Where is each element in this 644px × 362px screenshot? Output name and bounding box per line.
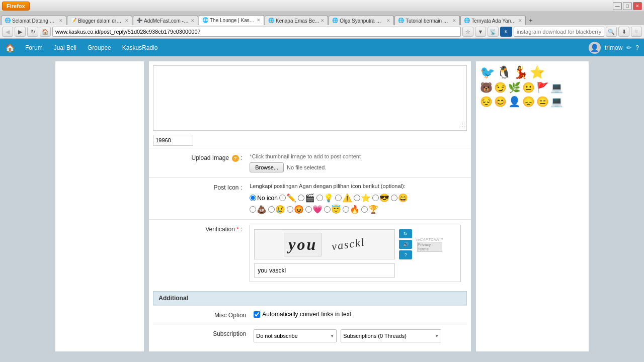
post-icon-section: Post Icon : Lengkapi postingan Agan deng…	[149, 177, 471, 219]
tab-close-8[interactable]: ✕	[518, 18, 522, 23]
tab-close-7[interactable]: ✕	[452, 18, 456, 23]
tab-7[interactable]: 🌐 Tutorial bermain M... ✕	[394, 16, 460, 25]
tab-4[interactable]: 🌐 The Lounge | Kasku... ✕	[199, 15, 264, 25]
emoji-expressionless[interactable]: 😑	[536, 96, 549, 108]
emoji-bear[interactable]: 🐻	[480, 81, 493, 94]
icon-option-star[interactable]: ⭐	[354, 193, 371, 203]
tab-favicon-3: ➕	[136, 18, 142, 24]
auto-convert-text: Automatically convert links in text	[262, 311, 351, 318]
emoji-dancer[interactable]: 💃	[513, 65, 528, 79]
subscription-select[interactable]: Do not subscribe Subscribe to this threa…	[254, 329, 337, 342]
tab-3[interactable]: ➕ AddMeFast.com - ... ✕	[133, 16, 198, 25]
refresh-button[interactable]: ↻	[27, 27, 38, 37]
tab-close-2[interactable]: ✕	[125, 18, 129, 23]
download-button[interactable]: ⬇	[618, 27, 629, 37]
minimize-button[interactable]: —	[613, 2, 622, 10]
icon-option-angry[interactable]: 😡	[287, 205, 304, 214]
emoji-blush[interactable]: 😊	[494, 96, 507, 108]
icon-option-heart[interactable]: 💗	[305, 205, 323, 214]
editor-area[interactable]: ::	[153, 65, 467, 131]
url-input[interactable]	[52, 27, 461, 37]
threads-select-wrapper: Subscriptions (0 Threads)	[341, 329, 441, 342]
home-nav-icon[interactable]: 🏠	[5, 43, 15, 53]
icon-option-halo[interactable]: 😇	[324, 205, 341, 214]
edit-icon[interactable]: ✏	[626, 44, 631, 51]
tab-8[interactable]: 🌐 Ternyata Ada Yang ... ✕	[460, 16, 526, 25]
captcha-audio-button[interactable]: 🔊	[399, 240, 412, 249]
captcha-input[interactable]	[254, 263, 395, 278]
icon-option-sunglasses[interactable]: 😎	[372, 193, 389, 203]
icon-option-pencil[interactable]: ✏️	[279, 193, 296, 203]
icon-option-warning[interactable]: ⚠️	[335, 193, 352, 203]
icon-option-fire[interactable]: 🔥	[343, 205, 360, 214]
forward-button[interactable]: ▶	[15, 27, 26, 37]
emoji-leaf[interactable]: 🌿	[508, 81, 521, 94]
tab-favicon-8: 🌐	[464, 18, 470, 24]
browse-button[interactable]: Browse...	[250, 162, 284, 172]
emoji-laptop[interactable]: 💻	[550, 96, 563, 108]
kaskusradio-nav-link[interactable]: KaskusRadio	[117, 42, 163, 53]
emoji-bird1[interactable]: 🐦	[480, 65, 495, 79]
home-button[interactable]: 🏠	[40, 27, 51, 37]
tab-close-4[interactable]: ✕	[257, 18, 261, 23]
tab-close-6[interactable]: ✕	[386, 18, 390, 23]
new-tab-button[interactable]: +	[526, 16, 535, 25]
emoji-neutral[interactable]: 😐	[522, 81, 535, 94]
icon-option-bulb[interactable]: 💡	[316, 193, 334, 203]
icon-option-trophy[interactable]: 🏆	[361, 205, 378, 214]
search-button[interactable]: 🔍	[606, 27, 617, 37]
threads-select[interactable]: Subscriptions (0 Threads)	[341, 329, 441, 342]
emoji-smirk[interactable]: 😏	[494, 81, 507, 94]
captcha-refresh-button[interactable]: ↻	[399, 229, 412, 238]
firefox-button[interactable]: Firefox	[2, 2, 30, 11]
help-icon[interactable]: ?	[635, 44, 639, 51]
bookmark-button[interactable]: ☆	[462, 27, 473, 37]
resize-handle: ::	[462, 122, 465, 129]
emoji-flag[interactable]: 🚩	[536, 81, 549, 94]
user-nav: 👤 trimow ✏ ?	[589, 42, 639, 54]
tab-1[interactable]: 🌐 Selamat Datang di ... ✕	[1, 16, 66, 25]
upload-help-icon[interactable]: ?	[232, 155, 239, 162]
auto-convert-label[interactable]: Automatically convert links in text	[254, 311, 457, 318]
tab-close-3[interactable]: ✕	[191, 18, 195, 23]
auto-convert-checkbox[interactable]	[254, 311, 260, 318]
emoji-disappointed[interactable]: 😞	[522, 96, 535, 108]
emoji-row-2: 🐻 😏 🌿 😐 🚩 💻	[480, 81, 585, 94]
tab-close-1[interactable]: ✕	[59, 18, 63, 23]
no-file-text: No file selected.	[287, 164, 326, 170]
tab-favicon-6: 🌐	[332, 18, 338, 24]
tab-favicon-7: 🌐	[398, 18, 404, 24]
close-button[interactable]: ✕	[633, 2, 642, 10]
rss-button[interactable]: 📡	[488, 27, 499, 37]
no-icon-radio[interactable]: No icon	[250, 195, 278, 202]
tab-6[interactable]: 🌐 Olga Syahputra mu... ✕	[329, 16, 394, 25]
menu-button[interactable]: ≡	[631, 27, 642, 37]
icon-row-2: 💩 😢 😡 💗 😇 🔥 🏆	[250, 205, 461, 214]
icon-option-poop[interactable]: 💩	[250, 205, 267, 214]
captcha-help-button[interactable]: ?	[399, 250, 412, 259]
jualbeli-nav-link[interactable]: Jual Beli	[49, 42, 82, 53]
emoji-star-yellow[interactable]: ⭐	[530, 65, 545, 79]
emoji-pc[interactable]: 💻	[550, 81, 563, 94]
tab-favicon-2: 📝	[70, 18, 76, 24]
captcha-display: you vasckl ↻ 🔊 ? reCAPTCHA™	[254, 229, 456, 259]
groupee-nav-link[interactable]: Groupee	[83, 42, 116, 53]
misc-option-label: Misc Option	[163, 311, 254, 319]
tab-bar: 🌐 Selamat Datang di ... ✕ 📝 Blogger dala…	[0, 12, 644, 25]
emoji-row-1: 🐦 🐧 💃 ⭐	[480, 65, 585, 79]
icon-option-smile[interactable]: 😄	[391, 193, 408, 203]
emoji-bird2[interactable]: 🐧	[497, 65, 512, 79]
icon-option-camera[interactable]: 🎬	[298, 193, 315, 203]
bookmark-down-button[interactable]: ▼	[475, 27, 486, 37]
tab-2[interactable]: 📝 Blogger dalam draf... ✕	[67, 16, 132, 25]
emoji-pensive[interactable]: 😔	[480, 96, 493, 108]
tab-close-5[interactable]: ✕	[320, 18, 325, 23]
back-button[interactable]: ◀	[2, 27, 13, 37]
tab-5[interactable]: 🌐 Kenapa Emas Be... ✕	[265, 16, 328, 25]
maximize-button[interactable]: □	[623, 2, 632, 10]
emoji-person[interactable]: 👤	[508, 96, 521, 108]
forum-nav-link[interactable]: Forum	[20, 42, 48, 53]
icon-option-sad[interactable]: 😢	[268, 205, 285, 214]
search-input[interactable]	[514, 27, 604, 37]
char-count-input[interactable]	[153, 135, 193, 146]
